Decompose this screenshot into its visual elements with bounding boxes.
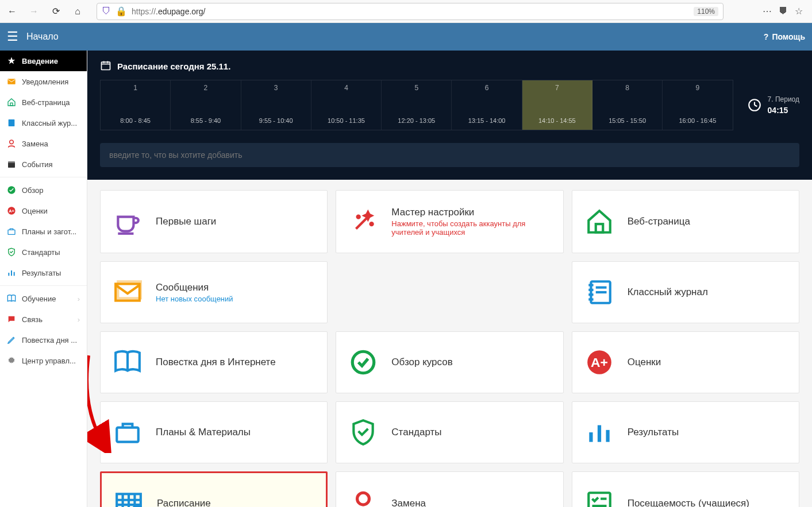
tile-title: Сообщения: [156, 282, 233, 293]
a-icon: A+: [585, 348, 614, 377]
tile-journal[interactable]: Классный журнал: [572, 261, 799, 323]
period-number: 3: [241, 84, 311, 92]
shield-icon: [349, 418, 378, 447]
clock-period-label: 7. Период: [768, 95, 799, 103]
home-button[interactable]: ⌂: [69, 3, 86, 20]
bookmark-icon[interactable]: ☆: [795, 6, 803, 17]
sidebar-item-agenda[interactable]: Повестка дня ...: [0, 330, 87, 350]
tile-title: Посещаемость (учащиеся): [628, 498, 749, 507]
period-number: 8: [592, 84, 662, 92]
svg-point-25: [371, 223, 373, 225]
tile-agenda[interactable]: Повестка дня в Интернете: [100, 331, 328, 393]
cup-icon: [113, 207, 142, 236]
tile-grades[interactable]: A+Оценки: [572, 331, 799, 393]
forward-button[interactable]: →: [25, 3, 43, 20]
sidebar-item-label: Введение: [22, 57, 58, 65]
sidebar-item-admin[interactable]: Центр управл...: [0, 350, 87, 371]
tile-sub[interactable]: Замена: [336, 471, 563, 507]
period-cell-7[interactable]: 714:10 - 14:55: [522, 80, 592, 130]
tile-courses[interactable]: Обзор курсов: [336, 331, 563, 393]
period-number: 2: [171, 84, 240, 92]
sidebar-item-label: Классный жур...: [22, 119, 77, 127]
svg-point-51: [357, 493, 370, 505]
period-cell-2[interactable]: 28:55 - 9:40: [171, 80, 241, 130]
tile-web[interactable]: Веб-страница: [572, 190, 799, 253]
period-time: 8:00 - 8:45: [101, 117, 170, 124]
sidebar-item-results[interactable]: Результаты: [0, 262, 87, 283]
period-cell-6[interactable]: 613:15 - 14:00: [452, 80, 522, 130]
period-cell-5[interactable]: 512:20 - 13:05: [382, 80, 452, 130]
person-icon: [7, 139, 16, 148]
tile-first-steps[interactable]: Первые шаги: [100, 190, 328, 253]
tile-title: Веб-страница: [628, 216, 690, 227]
tile-results[interactable]: Результаты: [572, 401, 799, 463]
svg-rect-5: [8, 161, 15, 163]
tile-wizard[interactable]: Мастер настройкиНажмите, чтобы создать а…: [336, 190, 563, 253]
reload-button[interactable]: ⟳: [47, 3, 64, 20]
case-icon: [7, 227, 16, 236]
period-time: 13:15 - 14:00: [452, 117, 521, 124]
tile-messages[interactable]: СообщенияНет новых сообщений: [100, 261, 328, 323]
sidebar-item-label: Обзор: [22, 186, 44, 195]
tile-title: Результаты: [628, 427, 679, 438]
period-time: 16:00 - 16:45: [663, 117, 732, 124]
lock-icon: 🔒: [116, 6, 127, 17]
svg-rect-9: [8, 230, 15, 234]
more-icon[interactable]: ⋯: [763, 6, 772, 17]
sidebar-item-overview[interactable]: Обзор: [0, 180, 87, 200]
period-cell-4[interactable]: 410:50 - 11:35: [311, 80, 382, 130]
tile-timetable[interactable]: Расписание: [100, 471, 328, 507]
tile-plans[interactable]: Планы & Материалы: [100, 401, 328, 463]
calendar-icon: [100, 60, 111, 73]
svg-rect-26: [595, 224, 603, 233]
person-icon: [349, 489, 378, 507]
period-time: 15:05 - 15:50: [592, 117, 662, 124]
sidebar-item-standards[interactable]: Стандарты: [0, 242, 87, 262]
sidebar-item-journal[interactable]: Классный жур...: [0, 113, 87, 133]
sidebar-item-learning[interactable]: Обучение›: [0, 288, 87, 309]
compose-input[interactable]: [100, 143, 799, 167]
sidebar-item-plans[interactable]: Планы и загот...: [0, 221, 87, 242]
sidebar-item-notif[interactable]: Уведомления: [0, 71, 87, 92]
svg-rect-15: [102, 62, 110, 69]
tile-standards[interactable]: Стандарты: [336, 401, 563, 463]
sidebar-item-intro[interactable]: Введение: [0, 51, 87, 71]
zoom-badge[interactable]: 110%: [694, 7, 718, 16]
tile-subtitle: Нет новых сообщений: [156, 295, 233, 303]
help-label: Помощь: [772, 32, 805, 41]
period-cell-3[interactable]: 39:55 - 10:40: [241, 80, 311, 130]
url-bar[interactable]: ⛉ 🔒 https://.edupage.org/ 110%: [97, 3, 724, 20]
help-icon: ?: [764, 32, 769, 41]
help-link[interactable]: ? Помощь: [764, 32, 805, 41]
period-number: 7: [522, 84, 592, 92]
sidebar-item-label: Уведомления: [22, 78, 68, 86]
period-number: 6: [452, 84, 521, 92]
period-cell-1[interactable]: 18:00 - 8:45: [101, 80, 171, 130]
svg-point-24: [357, 216, 360, 218]
back-button[interactable]: ←: [3, 3, 21, 20]
sidebar-item-comm[interactable]: Связь›: [0, 309, 87, 330]
shield-icon: [7, 247, 16, 257]
sidebar-item-web[interactable]: Веб-страница: [0, 92, 87, 113]
url-text: https://.edupage.org/: [132, 7, 689, 16]
pocket-icon[interactable]: ⛊: [779, 6, 788, 17]
sidebar-item-label: События: [22, 160, 53, 169]
compose-box: [100, 143, 799, 167]
menu-icon[interactable]: ☰: [7, 29, 18, 44]
sidebar-item-sub[interactable]: Замена: [0, 133, 87, 154]
sidebar-item-label: Веб-страница: [22, 98, 70, 107]
browser-chrome: ← → ⟳ ⌂ ⛉ 🔒 https://.edupage.org/ 110% ⋯…: [0, 0, 812, 23]
period-cell-9[interactable]: 916:00 - 16:45: [663, 80, 732, 130]
tile-attendance[interactable]: Посещаемость (учащиеся): [572, 471, 799, 507]
clock-icon: [747, 98, 762, 113]
period-number: 5: [382, 84, 451, 92]
svg-line-21: [755, 105, 757, 106]
period-cell-8[interactable]: 815:05 - 15:50: [592, 80, 663, 130]
clock-time: 04:15: [768, 106, 788, 115]
sidebar-item-grades[interactable]: A+Оценки: [0, 200, 87, 221]
sidebar-item-events[interactable]: События: [0, 154, 87, 175]
tile-title: Замена: [391, 498, 426, 507]
case-icon: [113, 418, 142, 447]
svg-rect-2: [9, 119, 15, 126]
period-time: 14:10 - 14:55: [522, 117, 592, 124]
